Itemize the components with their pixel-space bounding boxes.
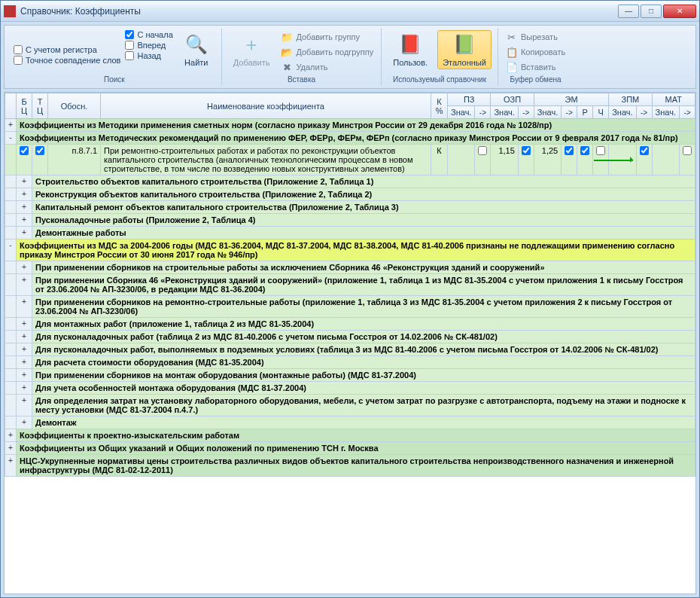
- expander[interactable]: +: [17, 343, 32, 356]
- grid-body: +Коэффициенты из Методики применения сме…: [5, 119, 695, 477]
- ribbon-group-clipboard: ✂Вырезать 📋Копировать 📄Вставить Буфер об…: [498, 29, 573, 85]
- subgroup-row[interactable]: +Для пусконаладочных работ, выполняемых …: [5, 343, 695, 356]
- subgroup-row[interactable]: +Для монтажных работ (приложение 1, табл…: [5, 318, 695, 331]
- opt-forward[interactable]: Вперед: [125, 41, 172, 50]
- group-row[interactable]: +Коэффициенты к проектно-изыскательским …: [5, 429, 695, 442]
- add-button[interactable]: ＋ Добавить: [228, 30, 275, 69]
- copy-icon: 📋: [506, 46, 518, 58]
- subgroup-row[interactable]: +Для учета особенностей монтажа оборудов…: [5, 382, 695, 395]
- cut-button[interactable]: ✂Вырезать: [504, 30, 567, 44]
- em-ch[interactable]: [596, 146, 605, 155]
- paste-button[interactable]: 📄Вставить: [504, 60, 567, 74]
- ozp-arrow[interactable]: [522, 146, 531, 155]
- subgroup-row[interactable]: +Демонтажные работы: [5, 227, 695, 240]
- group-label-clipboard: Буфер обмена: [504, 74, 567, 84]
- expander[interactable]: +: [17, 175, 32, 188]
- group-row[interactable]: +Коэффициенты из Общих указаний и Общих …: [5, 442, 695, 455]
- col-ozp[interactable]: ОЗП: [491, 93, 534, 106]
- expander[interactable]: +: [5, 119, 17, 132]
- subgroup-row[interactable]: +Для пусконаладочных работ (таблица 2 из…: [5, 331, 695, 343]
- group-label-book: Используемый справочник: [388, 74, 492, 84]
- find-button[interactable]: 🔍 Найти: [178, 30, 215, 69]
- col-obos[interactable]: Обосн.: [48, 93, 101, 119]
- group-label-search: Поиск: [14, 74, 215, 84]
- expander[interactable]: -: [5, 240, 17, 261]
- subgroup-row[interactable]: +При применении сборников на ремонтно-ст…: [5, 296, 695, 318]
- reference-book-button[interactable]: 📗 Эталонный: [437, 30, 492, 69]
- col-em[interactable]: ЭМ: [534, 93, 608, 106]
- minimize-button[interactable]: —: [618, 5, 639, 18]
- col-name[interactable]: Наименование коэффициента: [101, 93, 431, 119]
- col-mat[interactable]: МАТ: [652, 93, 695, 106]
- add-subgroup-button[interactable]: 📂Добавить подгруппу: [279, 45, 375, 59]
- expander[interactable]: +: [17, 296, 32, 318]
- em-r[interactable]: [580, 146, 589, 155]
- expander[interactable]: -: [5, 132, 17, 145]
- opt-register[interactable]: С учетом регистра: [14, 45, 120, 54]
- subgroup-row[interactable]: +При применении сборников на монтаж обор…: [5, 369, 695, 382]
- opt-start[interactable]: С начала: [125, 30, 172, 39]
- expander[interactable]: +: [17, 201, 32, 214]
- subgroup-row[interactable]: +Капитальный ремонт объектов капитальног…: [5, 201, 695, 214]
- subgroup-row[interactable]: +Для определения затрат на установку лаб…: [5, 395, 695, 416]
- pz-arrow[interactable]: [478, 146, 487, 155]
- mat-arrow[interactable]: [683, 146, 692, 155]
- col-zpm[interactable]: ЗПМ: [609, 93, 652, 106]
- expander[interactable]: +: [5, 429, 17, 442]
- maximize-button[interactable]: □: [641, 5, 662, 18]
- tc-check[interactable]: [35, 146, 44, 155]
- expander[interactable]: +: [17, 274, 32, 296]
- expander[interactable]: +: [17, 382, 32, 395]
- group-row[interactable]: +Коэффициенты из Методики применения сме…: [5, 119, 695, 132]
- data-row[interactable]: п.8.7.1При ремонтно-строительных работах…: [5, 145, 695, 175]
- close-button[interactable]: ✕: [663, 5, 696, 18]
- add-group-icon: 📁: [281, 31, 293, 43]
- expander[interactable]: +: [5, 455, 17, 477]
- col-pz[interactable]: ПЗ: [448, 93, 491, 106]
- expander[interactable]: +: [17, 395, 32, 416]
- col-tc[interactable]: Т Ц: [32, 93, 48, 119]
- copy-button[interactable]: 📋Копировать: [504, 45, 567, 59]
- ribbon-group-book: 📕 Пользов. 📗 Эталонный Используемый спра…: [382, 29, 498, 85]
- subgroup-row[interactable]: +При применении сборников на строительны…: [5, 261, 695, 274]
- grid-container[interactable]: Б Ц Т Ц Обосн. Наименование коэффициента…: [4, 92, 696, 594]
- user-book-button[interactable]: 📕 Пользов.: [388, 30, 433, 69]
- em-cell: 1,25: [534, 145, 561, 175]
- expander[interactable]: +: [17, 331, 32, 343]
- opt-exact[interactable]: Точное совпадение слов: [14, 56, 120, 65]
- delete-button[interactable]: ✖Удалить: [279, 60, 375, 74]
- k-cell: К: [431, 145, 448, 175]
- opt-back[interactable]: Назад: [125, 51, 172, 60]
- zpm-arrow[interactable]: [640, 146, 649, 155]
- expander[interactable]: +: [17, 261, 32, 274]
- subgroup-row[interactable]: +Реконструкция объектов капитального стр…: [5, 188, 695, 201]
- expander[interactable]: +: [17, 214, 32, 227]
- obos-cell: п.8.7.1: [48, 145, 101, 175]
- col-kpct[interactable]: К %: [431, 93, 448, 119]
- expander[interactable]: +: [17, 416, 32, 429]
- binoculars-icon: 🔍: [184, 32, 208, 56]
- titlebar: Справочник: Коэффициенты — □ ✕: [1, 1, 699, 22]
- subgroup-row[interactable]: +Демонтаж: [5, 416, 695, 429]
- expander[interactable]: +: [17, 318, 32, 331]
- reference-book-icon: 📗: [452, 32, 476, 56]
- add-group-button[interactable]: 📁Добавить группу: [279, 30, 375, 44]
- group-row[interactable]: -Коэффициенты из МДС за 2004-2006 годы (…: [5, 240, 695, 261]
- window-controls: — □ ✕: [618, 5, 696, 18]
- expander[interactable]: +: [17, 356, 32, 369]
- expander[interactable]: +: [17, 369, 32, 382]
- subgroup-row[interactable]: +При применении Сборника 46 «Реконструкц…: [5, 274, 695, 296]
- em-arrow[interactable]: [565, 146, 574, 155]
- group-row[interactable]: +НЦС-Укрупненные нормативы цены строител…: [5, 455, 695, 477]
- col-bc[interactable]: Б Ц: [17, 93, 32, 119]
- expander[interactable]: +: [17, 227, 32, 240]
- expander[interactable]: +: [17, 188, 32, 201]
- grid-header: Б Ц Т Ц Обосн. Наименование коэффициента…: [5, 93, 695, 119]
- bc-check[interactable]: [20, 146, 29, 155]
- group-row[interactable]: -Коэффициенты из Методических рекомендац…: [5, 132, 695, 145]
- app-icon: [4, 5, 16, 17]
- subgroup-row[interactable]: +Пусконаладочные работы (Приложение 2, Т…: [5, 214, 695, 227]
- subgroup-row[interactable]: +Строительство объектов капитального стр…: [5, 175, 695, 188]
- expander[interactable]: +: [5, 442, 17, 455]
- subgroup-row[interactable]: +Для расчета стоимости оборудования (МДС…: [5, 356, 695, 369]
